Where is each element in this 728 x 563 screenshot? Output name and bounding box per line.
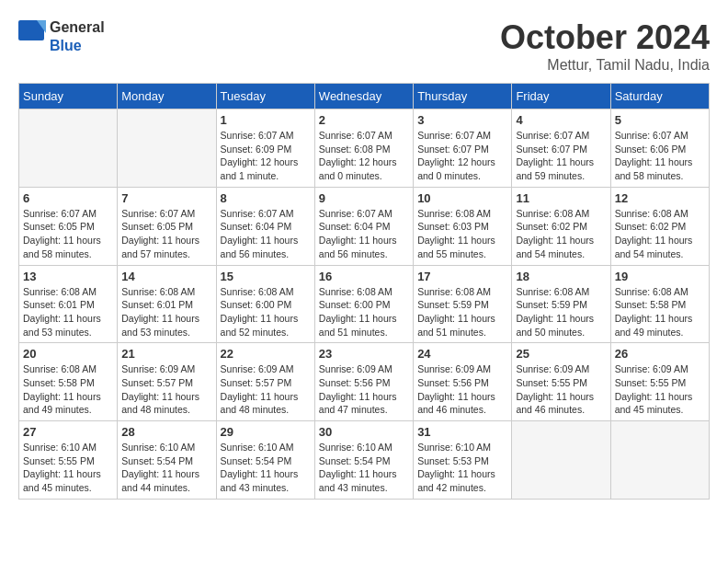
day-info: Sunrise: 6:07 AMSunset: 6:04 PMDaylight:… [221,207,311,261]
day-info: Sunrise: 6:08 AMSunset: 6:00 PMDaylight:… [221,285,311,339]
day-info: Sunrise: 6:10 AMSunset: 5:54 PMDaylight:… [121,441,211,495]
day-number: 23 [319,347,409,361]
day-number: 10 [417,191,507,205]
daylight-text: Daylight: 11 hours and 53 minutes. [121,312,211,339]
day-number: 20 [23,347,113,361]
sunset-text: Sunset: 5:55 PM [23,454,113,468]
sunrise-text: Sunrise: 6:08 AM [121,285,211,299]
daylight-text: Daylight: 12 hours and 1 minute. [221,155,311,182]
daylight-text: Daylight: 11 hours and 55 minutes. [417,234,507,260]
sunrise-text: Sunrise: 6:08 AM [417,207,507,221]
day-cell: 15Sunrise: 6:08 AMSunset: 6:00 PMDayligh… [216,265,314,343]
day-cell: 12Sunrise: 6:08 AMSunset: 6:02 PMDayligh… [610,187,709,265]
daylight-text: Daylight: 11 hours and 54 minutes. [516,234,606,260]
sunset-text: Sunset: 6:02 PM [615,220,705,234]
day-cell [610,421,709,500]
daylight-text: Daylight: 11 hours and 48 minutes. [121,390,211,417]
daylight-text: Daylight: 11 hours and 52 minutes. [221,312,311,339]
day-info: Sunrise: 6:09 AMSunset: 5:55 PMDaylight:… [516,362,606,417]
sunset-text: Sunset: 6:04 PM [221,220,311,234]
sunset-text: Sunset: 5:54 PM [319,454,409,468]
sunset-text: Sunset: 6:06 PM [615,143,705,156]
day-info: Sunrise: 6:08 AMSunset: 6:01 PMDaylight:… [23,285,113,339]
sunset-text: Sunset: 6:01 PM [121,298,211,312]
sunset-text: Sunset: 5:54 PM [221,454,311,468]
day-number: 7 [121,191,211,205]
day-number: 13 [23,270,113,283]
day-number: 26 [615,347,705,361]
sunset-text: Sunset: 5:58 PM [615,298,705,312]
day-cell [19,109,118,188]
col-header-thursday: Thursday [414,84,512,109]
sunrise-text: Sunrise: 6:09 AM [319,362,409,376]
sunrise-text: Sunrise: 6:10 AM [221,441,311,454]
day-number: 25 [516,347,606,361]
day-info: Sunrise: 6:09 AMSunset: 5:56 PMDaylight:… [417,362,507,417]
day-cell: 26Sunrise: 6:09 AMSunset: 5:55 PMDayligh… [610,343,709,421]
sunset-text: Sunset: 6:03 PM [417,220,507,234]
daylight-text: Daylight: 11 hours and 53 minutes. [23,312,113,339]
sunrise-text: Sunrise: 6:10 AM [417,441,507,454]
page-header: General Blue October 2024 Mettur, Tamil … [18,18,710,74]
day-info: Sunrise: 6:09 AMSunset: 5:57 PMDaylight:… [221,362,311,417]
day-number: 16 [319,270,409,283]
day-info: Sunrise: 6:09 AMSunset: 5:57 PMDaylight:… [121,362,211,417]
daylight-text: Daylight: 11 hours and 43 minutes. [221,467,311,494]
daylight-text: Daylight: 11 hours and 46 minutes. [516,390,606,417]
day-cell: 7Sunrise: 6:07 AMSunset: 6:05 PMDaylight… [118,187,216,265]
daylight-text: Daylight: 11 hours and 44 minutes. [121,467,211,494]
day-cell [118,109,216,188]
daylight-text: Daylight: 11 hours and 46 minutes. [417,390,507,417]
day-number: 1 [221,113,311,127]
day-cell: 11Sunrise: 6:08 AMSunset: 6:02 PMDayligh… [512,187,610,265]
calendar-header-row: SundayMondayTuesdayWednesdayThursdayFrid… [19,84,710,109]
day-number: 11 [516,191,606,205]
sunset-text: Sunset: 5:57 PM [121,376,211,390]
logo: General Blue [18,18,105,55]
sunrise-text: Sunrise: 6:08 AM [417,285,507,299]
day-info: Sunrise: 6:08 AMSunset: 5:58 PMDaylight:… [615,285,705,339]
day-number: 27 [23,425,113,439]
col-header-sunday: Sunday [19,84,118,109]
daylight-text: Daylight: 11 hours and 59 minutes. [516,155,606,182]
sunset-text: Sunset: 6:08 PM [319,143,409,156]
day-number: 9 [319,191,409,205]
sunset-text: Sunset: 6:04 PM [319,220,409,234]
day-number: 18 [516,270,606,283]
daylight-text: Daylight: 12 hours and 0 minutes. [319,155,409,182]
sunrise-text: Sunrise: 6:08 AM [319,285,409,299]
week-row-5: 27Sunrise: 6:10 AMSunset: 5:55 PMDayligh… [19,421,710,500]
day-info: Sunrise: 6:10 AMSunset: 5:54 PMDaylight:… [319,441,409,495]
sunrise-text: Sunrise: 6:09 AM [417,362,507,376]
day-cell: 22Sunrise: 6:09 AMSunset: 5:57 PMDayligh… [216,343,314,421]
daylight-text: Daylight: 11 hours and 45 minutes. [23,467,113,494]
sunrise-text: Sunrise: 6:09 AM [221,362,311,376]
day-info: Sunrise: 6:07 AMSunset: 6:08 PMDaylight:… [319,129,409,183]
day-number: 19 [615,270,705,283]
day-cell: 16Sunrise: 6:08 AMSunset: 6:00 PMDayligh… [314,265,413,343]
sunset-text: Sunset: 6:00 PM [221,298,311,312]
daylight-text: Daylight: 11 hours and 58 minutes. [615,155,705,182]
day-number: 30 [319,425,409,439]
day-number: 29 [221,425,311,439]
day-cell: 13Sunrise: 6:08 AMSunset: 6:01 PMDayligh… [19,265,118,343]
sunrise-text: Sunrise: 6:10 AM [23,441,113,454]
location: Mettur, Tamil Nadu, India [500,57,710,74]
day-number: 6 [23,191,113,205]
col-header-monday: Monday [118,84,216,109]
daylight-text: Daylight: 11 hours and 54 minutes. [615,234,705,260]
day-info: Sunrise: 6:07 AMSunset: 6:05 PMDaylight:… [121,207,211,261]
day-cell: 24Sunrise: 6:09 AMSunset: 5:56 PMDayligh… [414,343,512,421]
daylight-text: Daylight: 12 hours and 0 minutes. [417,155,507,182]
day-info: Sunrise: 6:08 AMSunset: 6:03 PMDaylight:… [417,207,507,261]
sunset-text: Sunset: 6:05 PM [121,220,211,234]
sunrise-text: Sunrise: 6:08 AM [615,207,705,221]
sunset-text: Sunset: 5:59 PM [516,298,606,312]
day-number: 21 [121,347,211,361]
day-cell: 17Sunrise: 6:08 AMSunset: 5:59 PMDayligh… [414,265,512,343]
day-cell: 10Sunrise: 6:08 AMSunset: 6:03 PMDayligh… [414,187,512,265]
day-number: 14 [121,270,211,283]
day-number: 8 [221,191,311,205]
day-number: 31 [417,425,507,439]
day-cell [512,421,610,500]
